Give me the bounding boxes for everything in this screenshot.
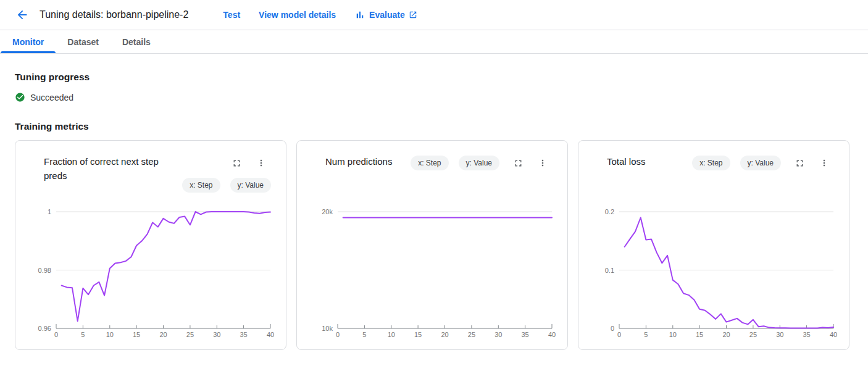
axis-chips: x: Step y: Value [182, 178, 271, 193]
fullscreen-icon [232, 158, 242, 169]
evaluate-link-label: Evaluate [369, 10, 405, 20]
metric-cards: Fraction of correct next step preds x: S… [15, 140, 853, 350]
card-actions [509, 154, 551, 172]
more-vert-icon [819, 158, 829, 168]
line-chart-fraction-correct: 0.960.9810510152025303540 [15, 202, 287, 348]
tab-details[interactable]: Details [111, 30, 162, 53]
tab-bar: Monitor Dataset Details [0, 30, 868, 54]
svg-text:0.96: 0.96 [38, 325, 51, 332]
card-controls: x: Step y: Value [692, 154, 834, 172]
svg-text:35: 35 [521, 331, 528, 338]
svg-text:30: 30 [776, 331, 783, 338]
training-metrics-heading: Training metrics [15, 121, 853, 132]
fullscreen-icon [513, 158, 524, 169]
svg-text:10: 10 [106, 331, 114, 338]
svg-text:40: 40 [548, 331, 556, 338]
back-button[interactable] [10, 2, 35, 27]
card-header: Fraction of correct next step preds x: S… [15, 141, 286, 193]
svg-text:35: 35 [803, 331, 810, 338]
main-content: Tuning progress Succeeded Training metri… [0, 72, 868, 350]
card-header: Num predictions x: Step y: Value [297, 141, 567, 172]
more-vert-icon [538, 158, 548, 168]
chart-title: Fraction of correct next step preds [44, 154, 170, 183]
svg-text:0: 0 [336, 331, 340, 338]
card-actions [791, 154, 833, 172]
tuning-progress-heading: Tuning progress [15, 72, 853, 83]
view-model-details-link[interactable]: View model details [259, 10, 336, 20]
fullscreen-button[interactable] [791, 154, 808, 172]
tuning-status-row: Succeeded [15, 92, 853, 102]
chart-title: Total loss [607, 154, 646, 169]
svg-text:30: 30 [213, 331, 220, 338]
fullscreen-icon [795, 158, 805, 169]
metric-card-fraction-correct: Fraction of correct next step preds x: S… [15, 140, 286, 350]
svg-text:10: 10 [388, 331, 395, 338]
svg-text:40: 40 [830, 331, 837, 338]
y-axis-chip[interactable]: y: Value [459, 156, 499, 170]
more-options-button[interactable] [252, 154, 270, 172]
svg-text:25: 25 [186, 331, 194, 338]
fullscreen-button[interactable] [509, 154, 527, 172]
svg-text:1: 1 [48, 208, 51, 215]
view-model-details-label: View model details [259, 10, 336, 20]
axis-chips: x: Step y: Value [692, 156, 781, 170]
svg-text:0: 0 [617, 331, 621, 338]
axis-chips: x: Step y: Value [411, 156, 499, 170]
more-options-button[interactable] [816, 154, 833, 172]
metric-card-num-predictions: Num predictions x: Step y: Value [296, 140, 568, 350]
arrow-back-icon [15, 8, 29, 22]
y-axis-chip[interactable]: y: Value [230, 178, 271, 193]
svg-text:10: 10 [669, 331, 677, 338]
tab-dataset[interactable]: Dataset [56, 30, 111, 53]
evaluate-link[interactable]: Evaluate [354, 9, 417, 20]
x-axis-chip[interactable]: x: Step [182, 178, 220, 193]
check-circle-icon [15, 92, 25, 102]
fullscreen-button[interactable] [228, 154, 245, 172]
svg-text:25: 25 [749, 331, 757, 338]
svg-text:0.2: 0.2 [605, 208, 614, 215]
x-axis-chip[interactable]: x: Step [411, 156, 448, 170]
more-vert-icon [256, 158, 266, 168]
svg-text:35: 35 [240, 331, 247, 338]
card-controls: x: Step y: Value [182, 154, 271, 193]
test-link-label: Test [223, 10, 240, 20]
page-header: Tuning details: borbann-pipeline-2 Test … [0, 0, 868, 30]
more-options-button[interactable] [534, 154, 551, 172]
svg-text:15: 15 [696, 331, 703, 338]
svg-text:20: 20 [722, 331, 730, 338]
header-actions: Test View model details Evaluate [223, 9, 417, 20]
svg-text:5: 5 [362, 331, 366, 338]
test-link[interactable]: Test [223, 10, 240, 20]
svg-text:40: 40 [267, 331, 274, 338]
chart-title: Num predictions [325, 154, 392, 169]
svg-text:0: 0 [611, 325, 614, 332]
svg-text:5: 5 [644, 331, 648, 338]
page-title: Tuning details: borbann-pipeline-2 [40, 9, 188, 20]
y-axis-chip[interactable]: y: Value [740, 156, 781, 170]
svg-text:20: 20 [441, 331, 448, 338]
svg-text:10k: 10k [322, 325, 333, 332]
svg-text:0: 0 [54, 331, 58, 338]
x-axis-chip[interactable]: x: Step [692, 156, 730, 170]
svg-text:30: 30 [495, 331, 502, 338]
external-link-icon [409, 10, 417, 19]
svg-text:5: 5 [81, 331, 85, 338]
svg-text:20: 20 [159, 331, 167, 338]
card-header: Total loss x: Step y: Value [578, 141, 849, 172]
card-controls: x: Step y: Value [411, 154, 553, 172]
card-actions [228, 154, 270, 172]
tab-monitor[interactable]: Monitor [1, 30, 56, 53]
bar-chart-icon [354, 9, 365, 20]
svg-text:0.1: 0.1 [605, 267, 614, 274]
line-chart-num-predictions: 10k20k0510152025303540 [297, 202, 569, 348]
svg-text:0.98: 0.98 [38, 267, 51, 274]
svg-text:20k: 20k [322, 208, 333, 215]
status-badge: Succeeded [30, 93, 73, 102]
svg-text:15: 15 [414, 331, 422, 338]
metric-card-total-loss: Total loss x: Step y: Value [578, 140, 849, 350]
line-chart-total-loss: 00.10.20510152025303540 [578, 202, 850, 348]
svg-text:15: 15 [133, 331, 140, 338]
svg-text:25: 25 [468, 331, 475, 338]
